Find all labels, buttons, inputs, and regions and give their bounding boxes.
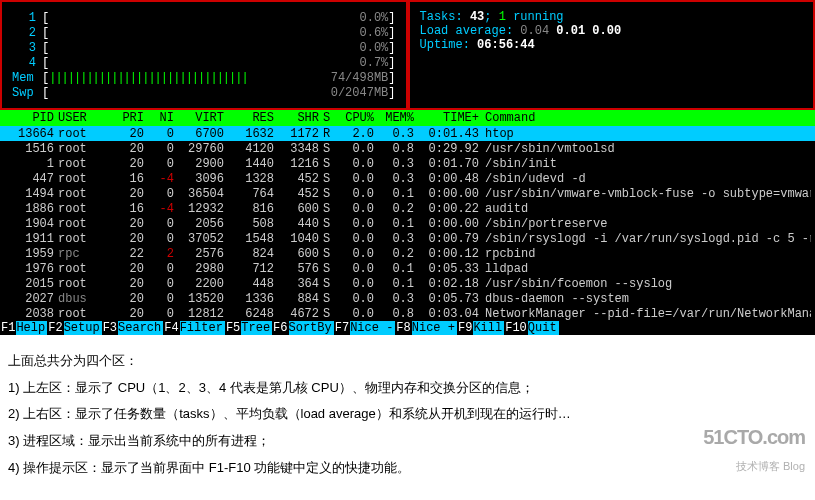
hdr-virt[interactable]: VIRT <box>174 111 224 125</box>
fkey-f5[interactable]: F5Tree <box>225 321 272 335</box>
process-row[interactable]: 2038 root 20 0 12812 6248 4672 S 0.0 0.8… <box>0 306 815 321</box>
process-row[interactable]: 1976 root 20 0 2980 712 576 S 0.0 0.1 0:… <box>0 261 815 276</box>
cell-ni: 0 <box>144 217 174 231</box>
cpu-meter-4: 4[0.7%] <box>12 55 396 70</box>
cell-time: 0:00.12 <box>414 247 479 261</box>
cell-user: dbus <box>54 292 104 306</box>
hdr-shr[interactable]: SHR <box>274 111 319 125</box>
hdr-user[interactable]: USER <box>54 111 104 125</box>
cell-virt: 29760 <box>174 142 224 156</box>
cell-pri: 16 <box>104 202 144 216</box>
hdr-ni[interactable]: NI <box>144 111 174 125</box>
watermark-sub: 技术博客 Blog <box>703 456 805 477</box>
cell-cmd: auditd <box>479 202 811 216</box>
cell-cpu: 0.0 <box>334 172 374 186</box>
cpu-label: 1 <box>12 11 36 25</box>
cell-res: 1548 <box>224 232 274 246</box>
fkey-key: F1 <box>0 321 16 335</box>
fkey-label: Nice - <box>350 321 395 335</box>
fkey-f2[interactable]: F2Setup <box>47 321 101 335</box>
cell-cmd: dbus-daemon --system <box>479 292 811 306</box>
process-row[interactable]: 1959 rpc 22 2 2576 824 600 S 0.0 0.2 0:0… <box>0 246 815 261</box>
cell-cpu: 0.0 <box>334 307 374 321</box>
process-row[interactable]: 1516 root 20 0 29760 4120 3348 S 0.0 0.8… <box>0 141 815 156</box>
cell-virt: 36504 <box>174 187 224 201</box>
fkey-f6[interactable]: F6SortBy <box>272 321 334 335</box>
cell-res: 824 <box>224 247 274 261</box>
cell-mem: 0.3 <box>374 157 414 171</box>
cell-pid: 1516 <box>4 142 54 156</box>
cell-cpu: 0.0 <box>334 187 374 201</box>
cpu-label: 2 <box>12 26 36 40</box>
cpu-meter-3: 3[0.0%] <box>12 40 396 55</box>
hdr-pri[interactable]: PRI <box>104 111 144 125</box>
cell-ni: 2 <box>144 247 174 261</box>
cell-user: rpc <box>54 247 104 261</box>
fkey-f10[interactable]: F10Quit <box>504 321 558 335</box>
process-row[interactable]: 1911 root 20 0 37052 1548 1040 S 0.0 0.3… <box>0 231 815 246</box>
process-row[interactable]: 1494 root 20 0 36504 764 452 S 0.0 0.1 0… <box>0 186 815 201</box>
cell-cpu: 0.0 <box>334 262 374 276</box>
hdr-time[interactable]: TIME+ <box>414 111 479 125</box>
cell-shr: 1172 <box>274 127 319 141</box>
cell-mem: 0.3 <box>374 127 414 141</box>
cell-cmd: /sbin/rsyslogd -i /var/run/syslogd.pid -… <box>479 232 811 246</box>
cell-pri: 20 <box>104 292 144 306</box>
fkey-f7[interactable]: F7Nice - <box>334 321 396 335</box>
uptime-line: Uptime: 06:56:44 <box>420 38 804 52</box>
fkey-f4[interactable]: F4Filter <box>163 321 225 335</box>
fkey-f3[interactable]: F3Search <box>102 321 164 335</box>
cell-virt: 2980 <box>174 262 224 276</box>
hdr-res[interactable]: RES <box>224 111 274 125</box>
cell-time: 0:00.79 <box>414 232 479 246</box>
cell-virt: 37052 <box>174 232 224 246</box>
cell-state: S <box>319 307 334 321</box>
cell-pid: 1494 <box>4 187 54 201</box>
hdr-s[interactable]: S <box>319 111 334 125</box>
cell-ni: -4 <box>144 172 174 186</box>
cell-user: root <box>54 187 104 201</box>
process-row[interactable]: 13664 root 20 0 6700 1632 1172 R 2.0 0.3… <box>0 126 815 141</box>
hdr-mem[interactable]: MEM% <box>374 111 414 125</box>
cell-virt: 2576 <box>174 247 224 261</box>
note-item: 2) 上右区：显示了任务数量（tasks）、平均负载（load average）… <box>8 402 807 427</box>
cell-pid: 447 <box>4 172 54 186</box>
cell-pid: 1886 <box>4 202 54 216</box>
cell-user: root <box>54 127 104 141</box>
process-header[interactable]: PID USER PRI NI VIRT RES SHR S CPU% MEM%… <box>0 110 815 126</box>
cell-res: 448 <box>224 277 274 291</box>
cell-virt: 2200 <box>174 277 224 291</box>
process-row[interactable]: 2015 root 20 0 2200 448 364 S 0.0 0.1 0:… <box>0 276 815 291</box>
fkey-f8[interactable]: F8Nice + <box>395 321 457 335</box>
cell-virt: 3096 <box>174 172 224 186</box>
process-row[interactable]: 1886 root 16 -4 12932 816 600 S 0.0 0.2 … <box>0 201 815 216</box>
cpu-meter-1: 1[0.0%] <box>12 10 396 25</box>
process-list[interactable]: 13664 root 20 0 6700 1632 1172 R 2.0 0.3… <box>0 126 815 321</box>
process-row[interactable]: 447 root 16 -4 3096 1328 452 S 0.0 0.3 0… <box>0 171 815 186</box>
cell-virt: 6700 <box>174 127 224 141</box>
note-item: 1) 上左区：显示了 CPU（1、2、3、4 代表是第几核 CPU）、物理内存和… <box>8 376 807 401</box>
cell-state: S <box>319 157 334 171</box>
cell-pid: 2027 <box>4 292 54 306</box>
htop-terminal: 1[0.0%]2[0.6%]3[0.0%]4[0.7%] Mem [ |||||… <box>0 0 815 335</box>
hdr-pid[interactable]: PID <box>4 111 54 125</box>
process-row[interactable]: 2027 dbus 20 0 13520 1336 884 S 0.0 0.3 … <box>0 291 815 306</box>
cell-cpu: 0.0 <box>334 247 374 261</box>
cell-mem: 0.1 <box>374 262 414 276</box>
cell-pri: 20 <box>104 277 144 291</box>
fkey-key: F6 <box>272 321 288 335</box>
hdr-cmd[interactable]: Command <box>479 111 811 125</box>
hdr-cpu[interactable]: CPU% <box>334 111 374 125</box>
cell-user: root <box>54 202 104 216</box>
cell-cmd: htop <box>479 127 811 141</box>
note-item: 4) 操作提示区：显示了当前界面中 F1-F10 功能键中定义的快捷功能。 <box>8 456 807 481</box>
cell-time: 0:01.43 <box>414 127 479 141</box>
cpu-meter-2: 2[0.6%] <box>12 25 396 40</box>
cell-user: root <box>54 217 104 231</box>
process-row[interactable]: 1904 root 20 0 2056 508 440 S 0.0 0.1 0:… <box>0 216 815 231</box>
process-row[interactable]: 1 root 20 0 2900 1440 1216 S 0.0 0.3 0:0… <box>0 156 815 171</box>
fkey-f1[interactable]: F1Help <box>0 321 47 335</box>
cell-state: S <box>319 142 334 156</box>
cell-res: 764 <box>224 187 274 201</box>
fkey-f9[interactable]: F9Kill <box>457 321 504 335</box>
